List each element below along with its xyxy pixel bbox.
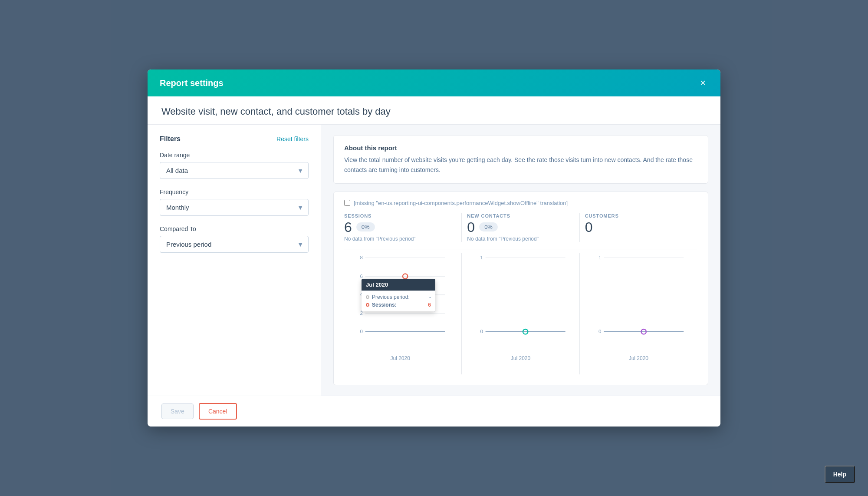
modal-body: Filters Reset filters Date range All dat… bbox=[148, 125, 720, 396]
new-contacts-chart-svg: 1 0 bbox=[467, 253, 574, 353]
customers-label: CUSTOMERS bbox=[585, 213, 692, 218]
compared-to-label: Compared To bbox=[160, 225, 309, 232]
svg-text:0: 0 bbox=[360, 329, 363, 334]
customers-metric: CUSTOMERS 0 bbox=[580, 213, 697, 242]
frequency-label: Frequency bbox=[160, 188, 309, 195]
new-contacts-metric: NEW CONTACTS 0 0% No data from "Previous… bbox=[462, 213, 579, 242]
tooltip-row-sessions: Sessions: 6 bbox=[366, 302, 431, 308]
compared-to-group: Compared To Previous periodPrevious year… bbox=[160, 225, 309, 253]
help-button[interactable]: Help bbox=[825, 466, 855, 483]
modal-title: Report settings bbox=[160, 78, 224, 88]
frequency-group: Frequency DailyWeeklyMonthlyQuarterly ▼ bbox=[160, 188, 309, 216]
metrics-row: SESSIONS 6 0% No data from "Previous per… bbox=[344, 213, 697, 249]
reset-filters-button[interactable]: Reset filters bbox=[276, 136, 309, 142]
new-contacts-badge: 0% bbox=[479, 222, 498, 231]
customers-value: 0 bbox=[585, 220, 593, 234]
filters-header: Filters Reset filters bbox=[160, 135, 309, 143]
date-range-group: Date range All dataLast 7 daysLast 30 da… bbox=[160, 152, 309, 179]
new-contacts-sub: No data from "Previous period" bbox=[467, 236, 574, 242]
sessions-sub: No data from "Previous period" bbox=[344, 236, 456, 242]
filters-panel: Filters Reset filters Date range All dat… bbox=[148, 125, 321, 396]
save-button[interactable]: Save bbox=[161, 403, 194, 419]
new-contacts-x-label: Jul 2020 bbox=[467, 355, 574, 361]
customers-x-label: Jul 2020 bbox=[585, 355, 692, 361]
filters-title: Filters bbox=[160, 135, 181, 143]
new-contacts-value-row: 0 0% bbox=[467, 220, 574, 234]
tooltip-row-previous: Previous period: - bbox=[366, 294, 431, 300]
new-contacts-chart: 1 0 Jul 2020 bbox=[462, 253, 579, 374]
tooltip-dot-gray bbox=[366, 295, 369, 299]
charts-row: 8 6 4 2 0 Jul 2020 bbox=[344, 253, 697, 374]
new-contacts-label: NEW CONTACTS bbox=[467, 213, 574, 218]
tooltip-key-sessions: Sessions: bbox=[372, 302, 425, 308]
customers-chart-svg: 1 0 bbox=[585, 253, 692, 353]
cancel-button[interactable]: Cancel bbox=[199, 403, 237, 420]
customers-chart: 1 0 Jul 2020 bbox=[580, 253, 697, 374]
sessions-value-row: 6 0% bbox=[344, 220, 456, 234]
about-title: About this report bbox=[344, 144, 697, 152]
report-settings-modal: Report settings × Website visit, new con… bbox=[148, 69, 720, 427]
about-description: View the total number of website visits … bbox=[344, 155, 697, 175]
svg-text:1: 1 bbox=[480, 255, 483, 260]
modal-footer: Save Cancel bbox=[148, 396, 720, 427]
sessions-value: 6 bbox=[344, 220, 352, 234]
compared-to-select[interactable]: Previous periodPrevious yearNo compariso… bbox=[160, 236, 309, 253]
svg-text:6: 6 bbox=[360, 273, 363, 278]
frequency-select[interactable]: DailyWeeklyMonthlyQuarterly bbox=[160, 199, 309, 216]
sessions-metric: SESSIONS 6 0% No data from "Previous per… bbox=[344, 213, 462, 242]
sessions-x-label: Jul 2020 bbox=[344, 355, 456, 361]
tooltip-dot-orange bbox=[366, 303, 369, 307]
tooltip-key-previous: Previous period: bbox=[372, 294, 427, 300]
missing-translation-row: [missing "en-us.reporting-ui-components.… bbox=[344, 200, 697, 206]
report-panel: About this report View the total number … bbox=[321, 125, 720, 396]
tooltip-header: Jul 2020 bbox=[362, 279, 435, 291]
stats-area: [missing "en-us.reporting-ui-components.… bbox=[333, 192, 708, 385]
chart-tooltip: Jul 2020 Previous period: - Sessions: bbox=[362, 279, 435, 311]
modal-header: Report settings × bbox=[148, 69, 720, 96]
svg-text:0: 0 bbox=[598, 329, 601, 334]
svg-text:0: 0 bbox=[480, 329, 483, 334]
close-button[interactable]: × bbox=[697, 77, 708, 89]
report-title-bar: Website visit, new contact, and customer… bbox=[148, 96, 720, 125]
svg-text:8: 8 bbox=[360, 255, 363, 260]
customers-value-row: 0 bbox=[585, 220, 692, 234]
tooltip-value-sessions: 6 bbox=[428, 302, 431, 308]
show-offline-checkbox[interactable] bbox=[344, 200, 350, 206]
tooltip-body: Previous period: - Sessions: 6 bbox=[362, 291, 435, 311]
sessions-chart: 8 6 4 2 0 Jul 2020 bbox=[344, 253, 462, 374]
date-range-label: Date range bbox=[160, 152, 309, 159]
missing-translation-text: [missing "en-us.reporting-ui-components.… bbox=[354, 200, 568, 206]
date-range-select-wrapper: All dataLast 7 daysLast 30 daysLast 90 d… bbox=[160, 162, 309, 179]
report-title: Website visit, new contact, and customer… bbox=[161, 106, 391, 117]
sessions-label: SESSIONS bbox=[344, 213, 456, 218]
tooltip-value-previous: - bbox=[429, 294, 431, 300]
new-contacts-value: 0 bbox=[467, 220, 475, 234]
compared-to-select-wrapper: Previous periodPrevious yearNo compariso… bbox=[160, 236, 309, 253]
frequency-select-wrapper: DailyWeeklyMonthlyQuarterly ▼ bbox=[160, 199, 309, 216]
date-range-select[interactable]: All dataLast 7 daysLast 30 daysLast 90 d… bbox=[160, 162, 309, 179]
about-box: About this report View the total number … bbox=[333, 135, 708, 184]
svg-text:1: 1 bbox=[598, 255, 601, 260]
sessions-badge: 0% bbox=[356, 222, 375, 231]
